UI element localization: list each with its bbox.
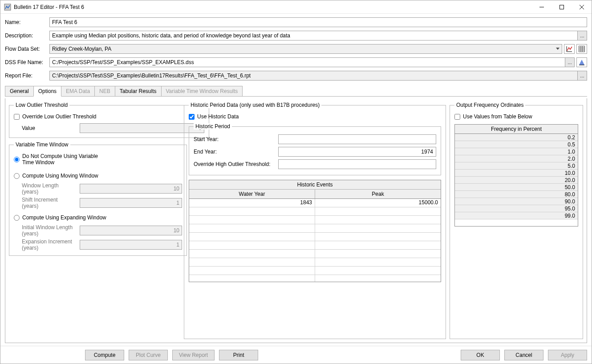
window-frame: Bulletin 17 Editor - FFA Test 6 Name: De…: [0, 0, 592, 364]
cell-water-year[interactable]: [189, 216, 315, 224]
table-row[interactable]: [189, 250, 441, 258]
tab-tabular-results[interactable]: Tabular Results: [115, 86, 162, 96]
tab-general[interactable]: General: [5, 86, 34, 96]
frequency-row[interactable]: 0.2: [455, 134, 578, 141]
vtw-initial-input[interactable]: [80, 226, 182, 235]
frequency-row[interactable]: 0.5: [455, 141, 578, 148]
flow-dropdown-button[interactable]: [553, 44, 562, 54]
name-input[interactable]: [52, 19, 584, 25]
table-row[interactable]: [189, 207, 441, 216]
table-row[interactable]: [189, 233, 441, 241]
use-table-checkbox[interactable]: [454, 114, 460, 120]
compute-button[interactable]: Compute: [85, 350, 124, 360]
frequency-row[interactable]: 2.0: [455, 155, 578, 162]
description-expand-button[interactable]: …: [577, 31, 587, 40]
override-high-input[interactable]: [278, 159, 436, 169]
cell-peak[interactable]: [315, 267, 441, 275]
cell-water-year[interactable]: [189, 224, 315, 232]
frequency-row[interactable]: 20.0: [455, 177, 578, 184]
cell-peak[interactable]: [315, 233, 441, 241]
cell-water-year[interactable]: [189, 267, 315, 275]
use-historic-checkbox[interactable]: [189, 114, 195, 120]
cell-water-year[interactable]: [189, 207, 315, 215]
historic-events-table[interactable]: Historic Events Water Year Peak 18431500…: [189, 180, 441, 282]
cell-water-year[interactable]: [189, 250, 315, 258]
cell-peak[interactable]: [315, 241, 441, 249]
cell-water-year[interactable]: [189, 275, 315, 282]
tabulate-flow-icon[interactable]: [576, 44, 587, 54]
name-field[interactable]: [49, 17, 587, 27]
tabstrip: General Options EMA Data NEB Tabular Res…: [5, 86, 587, 97]
table-row[interactable]: [189, 275, 441, 282]
flow-combo[interactable]: Ridley Creek-Moylan, PA: [49, 44, 562, 54]
vtw-radio-none[interactable]: [14, 157, 20, 162]
tab-ema-data[interactable]: EMA Data: [61, 86, 95, 96]
cancel-button[interactable]: Cancel: [504, 350, 543, 360]
plot-curve-button[interactable]: Plot Curve: [129, 350, 168, 360]
table-row[interactable]: [189, 267, 441, 275]
cell-peak[interactable]: [315, 258, 441, 266]
vtw-radio-expanding[interactable]: [14, 215, 20, 221]
use-historic-label: Use Historic Data: [197, 113, 239, 120]
tab-neb[interactable]: NEB: [94, 86, 115, 96]
print-button[interactable]: Print: [219, 350, 258, 360]
table-row[interactable]: [189, 224, 441, 233]
low-outlier-group: Low Outlier Threshold Override Low Outli…: [9, 102, 209, 138]
frequency-row[interactable]: 10.0: [455, 170, 578, 177]
cell-water-year[interactable]: [189, 233, 315, 241]
close-button[interactable]: [572, 0, 592, 13]
dss-browse-button[interactable]: …: [565, 57, 575, 67]
override-low-outlier-checkbox[interactable]: [14, 114, 20, 120]
tab-options[interactable]: Options: [33, 86, 61, 97]
tab-vtw-results[interactable]: Variable Time Window Results: [161, 86, 243, 96]
end-year-input[interactable]: [278, 147, 436, 157]
historic-period-group: Historic Period Start Year: End Year: Ov…: [189, 123, 441, 175]
frequency-row[interactable]: 99.0: [455, 212, 578, 219]
vtw-shift-input[interactable]: [80, 198, 182, 208]
frequency-row[interactable]: 50.0: [455, 184, 578, 191]
titlebar: Bulletin 17 Editor - FFA Test 6: [0, 0, 592, 14]
he-col-water-year: Water Year: [189, 190, 315, 198]
content-area: Name: Description: … Flow Data Set: Ridl…: [0, 14, 592, 346]
table-row[interactable]: 184315000.0: [189, 199, 441, 207]
plot-results-icon[interactable]: [576, 57, 587, 67]
report-browse-button[interactable]: …: [577, 71, 587, 81]
cell-peak[interactable]: [315, 275, 441, 282]
apply-button[interactable]: Apply: [548, 350, 587, 360]
table-row[interactable]: [189, 216, 441, 224]
frequency-row[interactable]: 95.0: [455, 205, 578, 212]
report-field[interactable]: C:\Projects\SSP\Test\SSP_Examples\Bullet…: [49, 71, 587, 81]
frequency-row[interactable]: 5.0: [455, 162, 578, 170]
plot-flow-icon[interactable]: [564, 44, 575, 54]
table-row[interactable]: [189, 258, 441, 267]
frequency-row[interactable]: 1.0: [455, 148, 578, 155]
frequency-row[interactable]: 90.0: [455, 198, 578, 205]
cell-water-year[interactable]: [189, 258, 315, 266]
maximize-button[interactable]: [551, 0, 572, 13]
cell-water-year[interactable]: 1843: [189, 199, 315, 207]
svg-rect-2: [560, 5, 564, 9]
minimize-button[interactable]: [531, 0, 551, 13]
cell-peak[interactable]: 15000.0: [315, 199, 441, 207]
vtw-expansion-input[interactable]: [80, 240, 182, 250]
dss-field[interactable]: …: [49, 57, 575, 67]
description-input[interactable]: [52, 32, 584, 39]
cell-peak[interactable]: [315, 224, 441, 232]
low-outlier-legend: Low Outlier Threshold: [14, 102, 69, 108]
description-label: Description:: [5, 32, 48, 39]
view-report-button[interactable]: View Report: [172, 350, 215, 360]
cell-peak[interactable]: [315, 250, 441, 258]
window-title: Bulletin 17 Editor - FFA Test 6: [14, 4, 531, 10]
dss-input[interactable]: [52, 59, 572, 65]
frequency-row[interactable]: 80.0: [455, 191, 578, 198]
ok-button[interactable]: OK: [461, 350, 500, 360]
vtw-window-length-input[interactable]: [80, 184, 182, 194]
cell-peak[interactable]: [315, 207, 441, 215]
cell-water-year[interactable]: [189, 241, 315, 249]
vtw-radio-moving[interactable]: [14, 173, 20, 179]
cell-peak[interactable]: [315, 216, 441, 224]
table-row[interactable]: [189, 241, 441, 250]
frequency-table[interactable]: Frequency in Percent 0.20.51.02.05.010.0…: [454, 124, 578, 226]
start-year-input[interactable]: [278, 134, 436, 144]
description-field[interactable]: …: [49, 31, 587, 40]
